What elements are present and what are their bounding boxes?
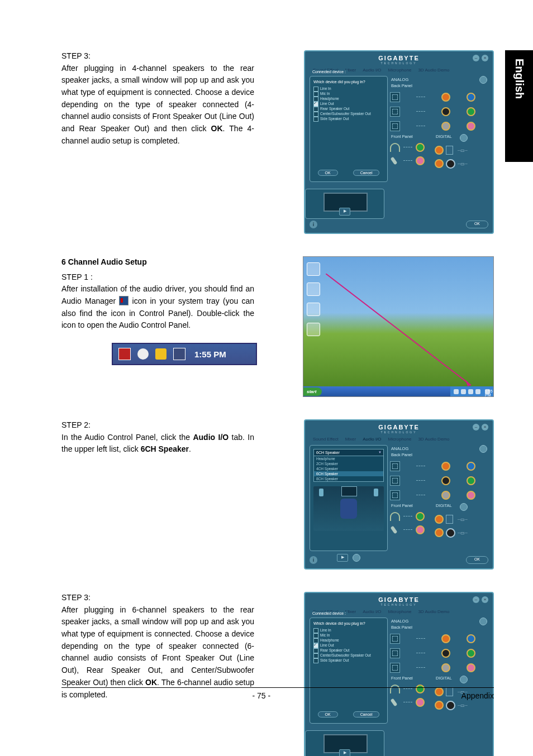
dev-headphone[interactable]: Headphone [313,96,384,101]
front-panel-label: Front Panel [391,134,425,139]
gear-icon[interactable] [460,503,468,511]
connected-device-dialog: Connected device : Which device did you … [310,618,388,724]
window-buttons[interactable]: –× [473,596,488,603]
minimize-icon: – [473,424,479,430]
panel-tabs[interactable]: Sound Effect Mixer Audio I/O Microphone … [305,435,493,445]
window-buttons[interactable]: –× [473,424,488,430]
connected-title: Connected device : [310,611,348,615]
connected-question: Which device did you plug in? [313,621,384,625]
back-panel-label: Back Panel [391,452,488,457]
play-button[interactable]: ▶ [339,749,350,756]
speaker-mode-dropdown[interactable]: 6CH Speaker [313,449,384,456]
tab-audio-io: Audio I/O [363,437,381,442]
step-label: STEP 2: [61,419,254,432]
dev-side-out[interactable]: Side Speaker Out [313,116,384,121]
opt-4ch: 4CH Speaker [314,466,383,471]
digital-label: DIGITAL [436,503,452,511]
dev-line-out[interactable]: Line Out [313,101,384,106]
minimize-icon: – [473,55,479,61]
dev-mic-in[interactable]: Mic In [313,633,384,638]
panel-ok-button[interactable]: OK [466,221,488,228]
play-button[interactable]: ▶ [339,208,350,216]
analog-label: ANALOG [391,619,488,624]
bold-term: Audio I/O [193,433,229,442]
dev-line-in[interactable]: Line In [313,628,384,633]
dlg-ok-button[interactable]: OK [318,170,338,176]
dropdown-options[interactable]: Headphone 2CH Speaker 4CH Speaker 6CH Sp… [313,456,384,482]
opt-6ch: 6CH Speaker [314,471,383,476]
back-panel-label: Back Panel [391,83,488,88]
dev-rear-out[interactable]: Rear Speaker Out [313,106,384,111]
gigabyte-logo: GIGABYTE [305,55,493,61]
play-button[interactable]: ▶ [337,554,348,562]
tab-audio-io: Audio I/O [363,68,381,73]
dev-line-out[interactable]: Line Out [313,643,384,648]
tab-audio-io: Audio I/O [363,609,381,614]
room-scene [313,486,384,531]
opt-headphone: Headphone [314,456,383,461]
headphone-icon [390,512,400,521]
body-text: After plugging in 6-channel speakers to … [61,605,254,687]
opt-2ch: 2CH Speaker [314,461,383,466]
analog-label: ANALOG [391,446,488,451]
gear-icon[interactable] [479,76,487,84]
language-tab: English [505,50,533,162]
volume-icon [173,348,185,360]
svg-marker-1 [465,380,471,386]
connected-title: Connected device : [310,70,348,74]
bold-term: 6CH Speaker [141,444,189,453]
analog-label: ANALOG [391,77,488,82]
dlg-ok-button[interactable]: OK [318,711,338,717]
tray-icon [118,348,131,360]
dlg-cancel-button[interactable]: Cancel [353,711,380,717]
step-label: STEP 1 : [61,271,254,284]
gear-icon[interactable] [460,676,468,683]
dev-center-sub[interactable]: Center/Subwoofer Speaker Out [313,111,384,116]
gear-icon[interactable] [479,618,487,625]
dlg-cancel-button[interactable]: Cancel [353,170,380,176]
back-panel-jacks [390,90,488,133]
coax-icon [446,528,455,538]
dev-center-sub[interactable]: Center/Subwoofer Speaker Out [313,653,384,658]
connected-question: Which device did you plug in? [313,80,384,84]
appendix-label: Appendix [461,691,494,700]
ok-word: OK [211,124,223,133]
tab-microphone: Microphone [388,68,412,73]
dev-headphone[interactable]: Headphone [313,638,384,643]
taskbar-time: 1:55 PM [485,389,490,394]
step2-6ch-text: STEP 2: In the Audio Control Panel, clic… [61,419,254,456]
speaker-preview: ▶ [305,189,384,219]
gigabyte-logo: GIGABYTE [305,424,493,430]
front-panel-jacks [390,141,425,167]
gear-icon[interactable] [479,445,487,453]
window-buttons[interactable]: –× [473,55,488,61]
minimize-icon: – [473,596,479,603]
gigabyte-logo: GIGABYTE [305,596,493,603]
mic-icon [391,157,398,165]
dev-line-in[interactable]: Line In [313,86,384,91]
gear-icon[interactable] [460,134,468,142]
dev-mic-in[interactable]: Mic In [313,91,384,96]
gear-icon[interactable] [353,554,360,562]
tab-microphone: Microphone [388,609,412,614]
taskbar-tray[interactable]: 1:55 PM [450,386,493,396]
info-icon[interactable]: i [310,221,317,228]
tab-3d-audio: 3D Audio Demo [418,609,449,614]
start-button[interactable]: start [303,387,322,396]
close-icon: × [482,596,488,603]
desktop-screenshot: start 1:55 PM [303,256,494,397]
coax-icon [446,701,455,710]
optical-icon [446,515,453,524]
body-text: After plugging in 4-channel speakers to … [61,64,254,133]
dev-rear-out[interactable]: Rear Speaker Out [313,648,384,653]
dev-side-out[interactable]: Side Speaker Out [313,658,384,663]
front-panel-jacks [390,510,425,536]
tray-time: 1:55 PM [194,348,226,361]
speaker-config-pane: 6CH Speaker Headphone 2CH Speaker 4CH Sp… [310,445,388,551]
page-number: - 75 - [252,691,270,700]
back-panel-jacks [390,460,488,502]
panel-ok-button[interactable]: OK [466,556,488,564]
body-text: . [189,444,191,453]
audio-manager-icon [119,296,129,305]
body-text: In the Audio Control Panel, click the [61,433,193,442]
